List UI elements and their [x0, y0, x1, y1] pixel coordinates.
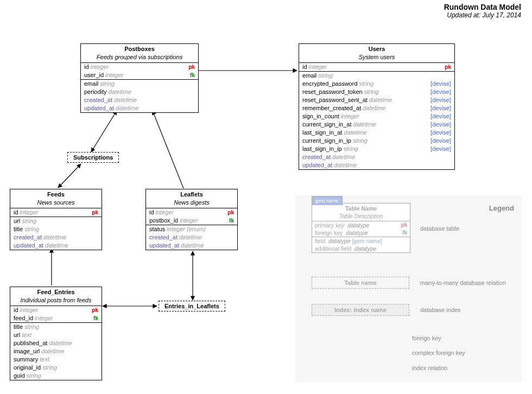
legend-index-box: Index: index name	[312, 304, 409, 316]
table-row: last_sign_in_atdatetime[devise]	[299, 129, 454, 137]
table-row: updated_atdatetime	[81, 104, 198, 112]
table-row: updated_atdatetime	[10, 242, 102, 250]
table-row: urlstring	[10, 217, 102, 225]
svg-line-1	[91, 111, 117, 152]
table-row: current_sign_in_ipstring[devise]	[299, 137, 454, 145]
legend-label-cfk: complex foreign key	[412, 349, 465, 356]
legend-table-example: gem name Table Name Table Description pr…	[312, 203, 410, 253]
table-row: created_atdatetime	[146, 233, 237, 242]
table-row: emailstring	[299, 72, 454, 80]
table-row: guidstring	[10, 372, 102, 380]
table-row: summarytext	[10, 355, 102, 364]
table-row: idintegerpk	[10, 208, 102, 217]
table-row: created_atdatetime	[299, 153, 454, 161]
legend-label-db-index: database index	[420, 307, 461, 313]
table-fields: titlestringurltextpublished_atdatetimeim…	[10, 323, 102, 380]
table-keys: idintegerpkpostbox_idintegerfk	[146, 208, 237, 225]
table-postboxes: Postboxes Feeds grouped via subscription…	[80, 43, 199, 113]
table-row: last_sign_in_ipstring[devise]	[299, 145, 454, 153]
table-row: perioditydatetime	[81, 88, 198, 96]
table-keys: idintegerpkfeed_idintegerfk	[10, 306, 102, 323]
table-title: Users	[302, 45, 451, 53]
legend-label-fk: foreign key	[412, 335, 441, 341]
table-row: created_atdatetime	[10, 233, 102, 242]
legend-relation-box: Table name	[312, 277, 409, 289]
svg-line-3	[153, 111, 183, 188]
table-row: emailstring	[81, 80, 198, 88]
table-keys: idintegerpkuser_idintegerfk	[81, 63, 198, 80]
table-row: sign_in_countinteger[devise]	[299, 112, 454, 120]
table-desc: Feeds grouped via subscriptions	[84, 53, 195, 61]
table-row: statusinteger (enum)	[146, 225, 237, 233]
table-row: reset_password_sent_atdatetime[devise]	[299, 96, 454, 104]
table-title: Feed_Entries	[14, 288, 98, 296]
table-row: titlestring	[10, 225, 102, 233]
table-desc: News digests	[149, 199, 234, 207]
table-row: updated_atdatetime	[299, 161, 454, 169]
table-keys: idintegerpk	[299, 63, 454, 72]
table-title: Leaflets	[149, 190, 234, 199]
table-row: created_atdatetime	[81, 96, 198, 104]
table-row: updated_atdatetime	[146, 242, 237, 250]
page-subtitle: Updated at: July 17, 2014	[444, 11, 521, 19]
table-desc: Individual posts from feeds	[14, 296, 98, 304]
table-row: idintegerpk	[146, 208, 237, 217]
table-fields: urlstringtitlestringcreated_atdatetimeup…	[10, 217, 102, 250]
table-row: urltext	[10, 331, 102, 339]
legend-title: Legend	[489, 204, 514, 212]
legend-gem-tab: gem name	[312, 196, 343, 205]
table-row: titlestring	[10, 323, 102, 331]
table-desc: News sources	[14, 199, 98, 207]
relation-subscriptions: Subscriptions	[67, 152, 119, 163]
table-row: remember_created_atdatetime[devise]	[299, 104, 454, 112]
page-title: Rundown Data Model	[444, 3, 521, 11]
table-users: Users System users idintegerpk emailstri…	[299, 43, 455, 170]
table-keys: idintegerpk	[10, 208, 102, 217]
table-row: original_idstring	[10, 364, 102, 372]
table-row: idintegerpk	[299, 63, 454, 71]
table-title: Feeds	[14, 190, 98, 199]
table-row: reset_password_tokenstring[devise]	[299, 88, 454, 96]
table-row: encrypted_passwordstring[devise]	[299, 80, 454, 88]
table-fields: emailstringperioditydatetimecreated_atda…	[81, 80, 198, 112]
svg-line-2	[58, 164, 81, 188]
table-feed-entries: Feed_Entries Individual posts from feeds…	[10, 287, 102, 380]
legend-label-idx: index relation	[412, 365, 447, 371]
table-fields: statusinteger (enum)created_atdatetimeup…	[146, 225, 237, 250]
table-feeds: Feeds News sources idintegerpk urlstring…	[10, 189, 102, 250]
table-row: feed_idintegerfk	[10, 314, 102, 322]
relation-entries-in-leaflets: Entries_in_Leaflets	[159, 301, 225, 312]
table-row: user_idintegerfk	[81, 71, 198, 79]
table-row: idintegerpk	[81, 63, 198, 71]
table-row: image_urldatetime	[10, 347, 102, 355]
legend-label-db-table: database table	[420, 225, 459, 232]
table-row: postbox_idintegerfk	[146, 217, 237, 225]
table-desc: System users	[302, 53, 451, 61]
table-leaflets: Leaflets News digests idintegerpkpostbox…	[145, 189, 238, 250]
table-row: published_atdatetime	[10, 339, 102, 347]
legend-panel: Legend gem name Table Name Table Descrip…	[295, 195, 522, 382]
table-title: Postboxes	[84, 45, 195, 53]
table-row: current_sign_in_atdatetime[devise]	[299, 120, 454, 129]
table-row: idintegerpk	[10, 306, 102, 314]
table-fields: emailstringencrypted_passwordstring[devi…	[299, 72, 454, 169]
page-header: Rundown Data Model Updated at: July 17, …	[444, 3, 521, 19]
legend-label-m2m: many-to-many database relation	[420, 279, 506, 286]
